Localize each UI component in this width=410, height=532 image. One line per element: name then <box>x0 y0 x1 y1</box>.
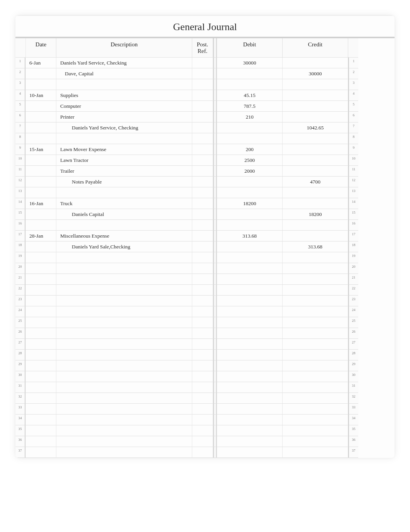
rownum-right: 25 <box>348 317 358 328</box>
cell-post-ref <box>192 263 213 274</box>
cell-post-ref <box>192 166 213 177</box>
cell-post-ref <box>192 144 213 155</box>
cell-description <box>56 382 192 393</box>
cell-debit <box>217 317 283 328</box>
rownum-left: 30 <box>15 371 25 382</box>
general-journal: General Journal Date Description Post. R… <box>15 15 395 458</box>
cell-credit <box>283 58 348 68</box>
rownum-left: 11 <box>15 166 25 177</box>
cell-credit <box>283 371 348 382</box>
cell-credit: 30000 <box>283 68 348 79</box>
cell-date <box>25 393 56 404</box>
cell-debit <box>217 415 283 425</box>
cell-debit <box>217 360 283 371</box>
rownum-right: 5 <box>348 101 358 112</box>
cell-description: Truck <box>56 198 192 209</box>
cell-gap <box>213 404 217 415</box>
cell-date <box>25 436 56 447</box>
cell-date <box>25 285 56 296</box>
cell-debit <box>217 436 283 447</box>
cell-credit: 313.68 <box>283 241 348 252</box>
rownum-right: 15 <box>348 209 358 220</box>
rownum-left: 31 <box>15 382 25 393</box>
cell-credit <box>283 112 348 122</box>
rownum-left: 25 <box>15 317 25 328</box>
cell-date <box>25 241 56 252</box>
cell-date <box>25 350 56 360</box>
cell-description <box>56 360 192 371</box>
header-post-ref: Post. Ref. <box>192 38 213 58</box>
header-gap <box>213 38 217 58</box>
cell-description <box>56 296 192 306</box>
cell-credit <box>283 436 348 447</box>
rownum-left: 26 <box>15 328 25 339</box>
rownum-right: 37 <box>348 447 358 458</box>
cell-date <box>25 166 56 177</box>
rownum-left: 10 <box>15 155 25 166</box>
cell-debit: 210 <box>217 112 283 122</box>
rownum-right: 21 <box>348 274 358 285</box>
rownum-right: 18 <box>348 241 358 252</box>
rownum-left: 3 <box>15 79 25 90</box>
cell-gap <box>213 144 217 155</box>
cell-debit <box>217 447 283 458</box>
rownum-left: 34 <box>15 415 25 425</box>
cell-debit <box>217 68 283 79</box>
rownum-left: 35 <box>15 425 25 436</box>
cell-post-ref <box>192 404 213 415</box>
cell-post-ref <box>192 122 213 133</box>
cell-post-ref <box>192 360 213 371</box>
cell-gap <box>213 339 217 350</box>
cell-date <box>25 220 56 231</box>
cell-gap <box>213 263 217 274</box>
cell-credit <box>283 155 348 166</box>
rownum-left: 7 <box>15 122 25 133</box>
rownum-right: 1 <box>348 58 358 68</box>
cell-date <box>25 328 56 339</box>
cell-description <box>56 317 192 328</box>
rownum-right: 20 <box>348 263 358 274</box>
cell-post-ref <box>192 306 213 317</box>
cell-date <box>25 371 56 382</box>
cell-debit <box>217 79 283 90</box>
cell-gap <box>213 187 217 198</box>
cell-date <box>25 122 56 133</box>
cell-description: Dave, Capital <box>56 68 192 79</box>
cell-date <box>25 101 56 112</box>
cell-date: 10-Jan <box>25 90 56 101</box>
cell-description: Daniels Yard Service, Checking <box>56 122 192 133</box>
cell-debit: 2000 <box>217 166 283 177</box>
cell-date <box>25 133 56 144</box>
cell-date <box>25 306 56 317</box>
rownum-right: 31 <box>348 382 358 393</box>
cell-debit <box>217 252 283 263</box>
cell-date <box>25 404 56 415</box>
cell-description: Trailer <box>56 166 192 177</box>
cell-gap <box>213 133 217 144</box>
cell-date: 28-Jan <box>25 231 56 241</box>
cell-credit <box>283 231 348 241</box>
cell-debit: 313.68 <box>217 231 283 241</box>
rownum-right: 35 <box>348 425 358 436</box>
cell-description <box>56 371 192 382</box>
cell-credit <box>283 360 348 371</box>
cell-credit <box>283 404 348 415</box>
cell-description <box>56 133 192 144</box>
cell-post-ref <box>192 415 213 425</box>
cell-credit <box>283 285 348 296</box>
cell-credit <box>283 393 348 404</box>
cell-description: Daniels Yard Sale,Checking <box>56 241 192 252</box>
cell-credit <box>283 447 348 458</box>
cell-date <box>25 425 56 436</box>
cell-post-ref <box>192 90 213 101</box>
cell-gap <box>213 155 217 166</box>
cell-gap <box>213 382 217 393</box>
cell-credit <box>283 133 348 144</box>
cell-debit <box>217 285 283 296</box>
header-debit: Debit <box>217 38 283 58</box>
cell-description: Lawn Tractor <box>56 155 192 166</box>
cell-debit <box>217 187 283 198</box>
cell-debit: 18200 <box>217 198 283 209</box>
rownum-right: 7 <box>348 122 358 133</box>
rownum-right: 29 <box>348 360 358 371</box>
